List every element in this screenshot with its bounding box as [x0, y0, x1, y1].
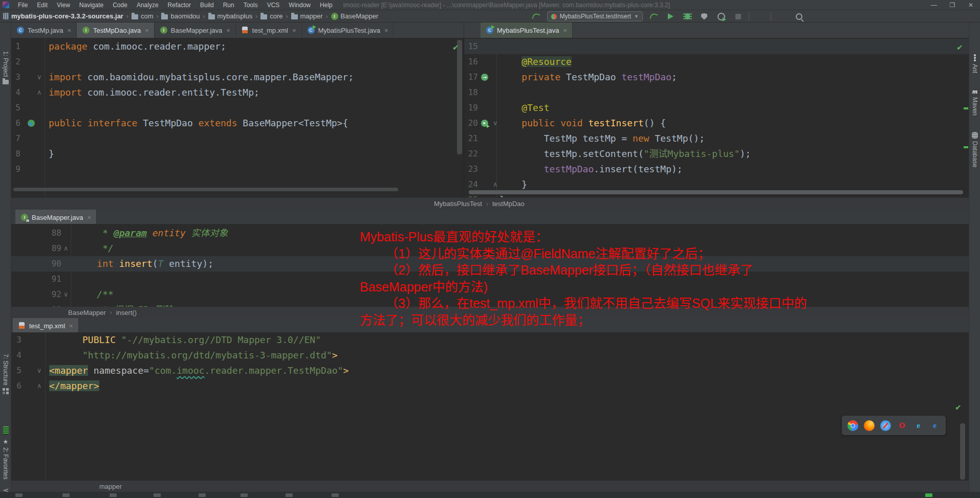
safari-icon[interactable] [880, 420, 891, 431]
tab-mybatisplustest-java[interactable]: MybatisPlusTest.java× [481, 22, 573, 38]
close-tab-icon[interactable]: × [67, 27, 71, 34]
green-bars-icon [3, 426, 9, 435]
crumb-basemapper[interactable]: IBaseMapper [331, 12, 379, 20]
profiler-icon[interactable] [715, 11, 727, 22]
annotation-line: （1）这儿的实体类通过@FieldName注解配置好了之后； [360, 245, 807, 262]
run-icon[interactable] [664, 11, 677, 22]
xml-editor-vertical-scrollbar[interactable] [960, 423, 965, 480]
fold-close-icon[interactable]: ∧ [37, 85, 42, 100]
line-number: 18 [464, 85, 478, 100]
close-tab-icon[interactable]: × [292, 27, 296, 34]
fold-close-icon[interactable]: ∧ [63, 241, 69, 256]
code-editor-testmpxml[interactable]: 3 PUBLIC "-//mybatis.org//DTD Mapper 3.0… [11, 332, 969, 481]
back-icon[interactable] [530, 11, 542, 22]
firefox-icon[interactable] [864, 420, 875, 431]
code-editor-mybatisplustest[interactable]: 1516 @Resource17 private TestMpDao testM… [464, 38, 969, 197]
database-icon [972, 132, 978, 139]
opera-icon[interactable]: O [897, 420, 907, 431]
coverage-icon[interactable] [698, 11, 710, 22]
left-editor-horizontal-scrollbar[interactable] [13, 188, 398, 191]
tool-button-1-project[interactable]: 1: Project [0, 51, 11, 84]
right-editor-horizontal-scrollbar[interactable] [469, 190, 963, 194]
close-tab-icon[interactable]: × [226, 27, 230, 34]
menu-run[interactable]: Run [219, 0, 239, 10]
tab-test-mp-xml[interactable]: test_mp.xml× [236, 22, 302, 38]
search-icon[interactable] [793, 11, 805, 22]
project-folder-icon[interactable] [754, 11, 766, 22]
breadcrumb-item-testmpdao[interactable]: testMpDao [492, 200, 525, 208]
menu-help[interactable]: Help [315, 0, 337, 10]
edge-icon[interactable]: e [929, 420, 940, 431]
menu-navigate[interactable]: Navigate [75, 0, 108, 10]
tool-button-item[interactable] [0, 426, 11, 435]
menu-tools[interactable]: Tools [239, 0, 263, 10]
breadcrumb-item-basemapper[interactable]: BaseMapper [68, 309, 106, 316]
tab-mybatisplustest-java[interactable]: MybatisPlusTest.java× [302, 22, 394, 38]
window-close-button[interactable]: ✕ [962, 0, 980, 10]
code-line-8: 8} [11, 146, 464, 162]
element: test_mp.xml [29, 322, 65, 330]
tool-button-ant[interactable]: Ant [969, 54, 980, 73]
menu-view[interactable]: View [52, 0, 75, 10]
code-editor-testmpdao[interactable]: 1package com.imooc.reader.mapper;23∨impo… [11, 38, 464, 197]
stop-icon[interactable] [732, 11, 744, 22]
ie-icon[interactable]: e [913, 420, 924, 431]
inspections-ok-icon[interactable]: ✔ [956, 43, 963, 52]
menu-window[interactable]: Window [284, 0, 315, 10]
tool-button-maven[interactable]: mMaven [969, 88, 980, 116]
impl-gutter-icon[interactable] [28, 120, 35, 127]
token: TestMpDao [137, 118, 198, 128]
close-tab-icon[interactable]: × [145, 27, 149, 34]
crumb-mapper[interactable]: mapper [291, 12, 323, 20]
menu-vcs[interactable]: VCS [263, 0, 285, 10]
debug-icon[interactable] [681, 11, 693, 22]
tab-test-mp-xml[interactable]: test_mp.xml× [13, 318, 79, 333]
close-tab-icon[interactable]: × [563, 27, 567, 34]
tab-basemapper-java[interactable]: BaseMapper.java× [15, 210, 97, 225]
crumb-baomidou[interactable]: baomidou [161, 12, 200, 20]
menu-edit[interactable]: Edit [32, 0, 52, 10]
profiler-glyph [717, 13, 725, 20]
crumb-mybatis-plus-core-3-3-2-sources-jar[interactable]: mybatis-plus-core-3.3.2-sources.jar [3, 12, 123, 20]
error-stripe-mark[interactable] [964, 146, 968, 148]
error-stripe-mark[interactable] [964, 107, 968, 109]
fold-close-icon[interactable]: ∧ [37, 378, 42, 394]
close-tab-icon[interactable]: × [384, 27, 388, 34]
run-window-icon[interactable] [776, 11, 788, 22]
token: TestMp(); [649, 133, 705, 144]
inspections-ok-icon[interactable]: ✔ [452, 43, 459, 52]
run-configuration-select[interactable]: MybatisPlusTest.testInsert ▼ [547, 11, 643, 21]
fold-open-icon[interactable]: ∨ [63, 287, 69, 302]
folder-icon [3, 80, 9, 84]
crumb-mybatisplus[interactable]: mybatisplus [208, 12, 253, 20]
fold-open-icon[interactable]: ∨ [493, 116, 498, 131]
tab-testmpdao-java[interactable]: TestMpDao.java× [77, 22, 155, 38]
tab-testmp-java[interactable]: TestMp.java× [11, 22, 77, 38]
run-gutter-icon[interactable] [481, 120, 488, 127]
crumb-com[interactable]: com [132, 12, 154, 20]
back-icon[interactable] [647, 11, 660, 22]
left-editor-vertical-scrollbar[interactable] [457, 40, 462, 154]
breadcrumb-item-insert[interactable]: insert() [116, 309, 137, 316]
window-minimize-button[interactable]: — [925, 0, 943, 10]
tool-button-2-favorites[interactable]: ★2: Favorites [0, 439, 11, 480]
fold-open-icon[interactable]: ∨ [37, 70, 42, 85]
tab-basemapper-java[interactable]: BaseMapper.java× [155, 22, 236, 38]
menu-build[interactable]: Build [195, 0, 219, 10]
tool-button-database[interactable]: Database [969, 132, 980, 167]
crumb-core[interactable]: core [260, 12, 282, 20]
fold-open-icon[interactable]: ∨ [37, 363, 42, 378]
nav-gutter-icon[interactable] [481, 74, 488, 81]
tool-button-7-structure[interactable]: 7: Structure [0, 354, 11, 394]
menu-analyze[interactable]: Analyze [132, 0, 163, 10]
menu-refactor[interactable]: Refactor [163, 0, 195, 10]
breadcrumb-item-mapper[interactable]: mapper [99, 483, 122, 490]
close-tab-icon[interactable]: × [69, 322, 73, 330]
inspections-ok-icon[interactable]: ✔ [955, 403, 962, 412]
menu-code[interactable]: Code [108, 0, 132, 10]
menu-file[interactable]: File [13, 0, 32, 10]
chrome-icon[interactable] [847, 420, 858, 431]
window-maximize-button[interactable]: ❐ [943, 0, 962, 10]
close-tab-icon[interactable]: × [87, 214, 91, 221]
breadcrumb-item-mybatisplustest[interactable]: MybatisPlusTest [434, 200, 482, 208]
